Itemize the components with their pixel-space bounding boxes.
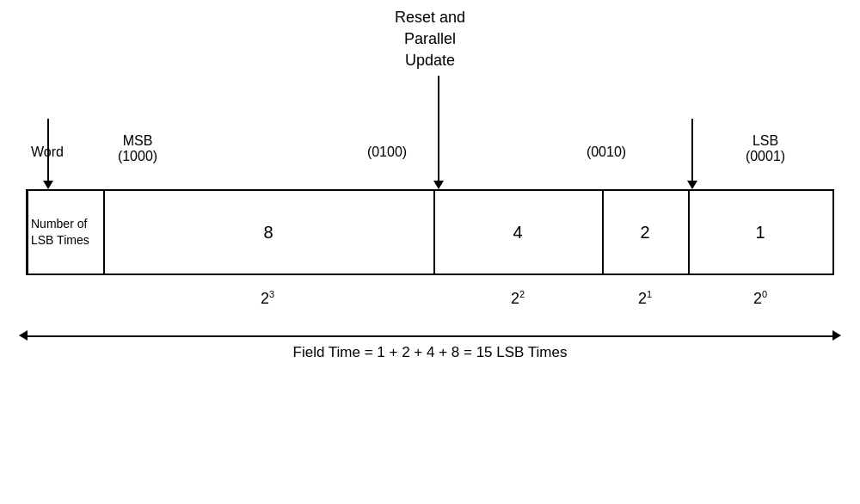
word-arrow-head (43, 181, 53, 189)
exp4-sup: 0 (762, 289, 767, 299)
lsb-label: LSB (0001) (714, 133, 817, 164)
title-block: Reset and Parallel Update (0, 7, 860, 72)
field-time-line (26, 335, 834, 337)
field-time-text: Field Time = 1 + 2 + 4 + 8 = 15 LSB Time… (26, 344, 834, 361)
lsb-val: (0001) (746, 149, 785, 163)
col2-label: (0100) (335, 144, 439, 160)
diagram: Reset and Parallel Update Word MSB (1000… (0, 0, 860, 504)
msb-val: (1000) (118, 149, 157, 163)
cell4-value: 1 (690, 189, 831, 275)
exp4: 20 (688, 289, 832, 308)
col3-arrow (687, 119, 697, 189)
title-line1: Reset and (395, 9, 465, 26)
cell2-value: 4 (435, 189, 600, 275)
exp2-sup: 2 (519, 289, 525, 299)
title-arrow (433, 76, 444, 189)
col3-arrow-shaft (691, 119, 693, 181)
title-text: Reset and Parallel Update (0, 7, 860, 72)
word-label: Word (13, 144, 82, 160)
title-line3: Update (405, 52, 455, 69)
table-right-border (832, 189, 835, 275)
exp2-base: 2 (511, 290, 519, 307)
msb-label: MSB (1000) (86, 133, 189, 164)
title-line2: Parallel (404, 30, 456, 47)
exp2: 22 (433, 289, 602, 308)
arrow-head-title (433, 181, 444, 189)
cell-label-line2: LSB Times (31, 232, 103, 249)
lsb-text: LSB (752, 133, 778, 148)
exp1-sup: 3 (269, 289, 274, 299)
col3-arrow-head (687, 181, 697, 189)
arrow-shaft-title (438, 76, 439, 181)
exp1: 23 (103, 289, 432, 308)
field-time-left-arrow (19, 330, 28, 341)
exp3-base: 2 (638, 290, 647, 307)
exp4-base: 2 (753, 290, 762, 307)
cell-label-line1: Number of (31, 216, 103, 232)
exp3-sup: 1 (647, 289, 652, 299)
cell-label: Number of LSB Times (26, 189, 103, 275)
exp1-base: 2 (261, 290, 269, 307)
cell3-value: 2 (604, 189, 686, 275)
exp3: 21 (602, 289, 688, 308)
col3-label: (0010) (568, 144, 645, 160)
cell1-value: 8 (105, 189, 432, 275)
msb-text: MSB (123, 133, 153, 148)
field-time-right-arrow (832, 330, 841, 341)
